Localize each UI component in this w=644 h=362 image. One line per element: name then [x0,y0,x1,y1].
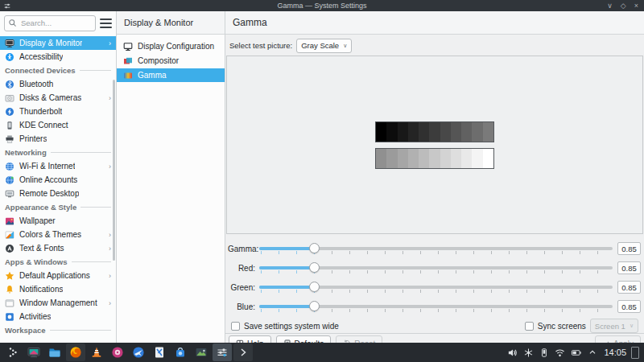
close-button[interactable]: × [634,2,638,10]
sidebar-item-printers[interactable]: Printers [0,132,116,146]
grayscale-step [451,149,461,168]
screen-select-value: Screen 1 [595,322,625,331]
peek-desktop-button[interactable] [631,347,639,359]
slider-fill [259,266,314,269]
slider-value-spinbox[interactable]: 0.85 [617,281,641,294]
printers-icon [5,134,14,144]
sidebar-item-remote-desktop[interactable]: Remote Desktop [0,187,116,200]
slider-fill [259,247,314,250]
panel-expand-icon [237,346,250,359]
category-item-label: Gamma [138,71,167,80]
sidebar-item-accessibility[interactable]: Accessibility [0,50,116,64]
sidebar-item-display-monitor[interactable]: Display & Monitor› [0,36,116,50]
sidebar-item-window-management[interactable]: Window Management› [0,296,116,310]
slider-label: Gamma: [228,245,255,253]
section-divider [72,261,112,262]
sidebar-item-disks-cameras[interactable]: Disks & Cameras› [0,91,116,105]
grayscale-step [451,122,461,142]
chevron-right-icon: › [109,162,111,171]
sync-screens-checkbox[interactable] [525,322,534,331]
minimize-button[interactable]: ∨ [607,2,613,10]
tray-volume[interactable] [507,348,518,358]
taskbar-firefox[interactable] [66,343,85,361]
titlebar: Gamma — System Settings ∨ ◇ × [0,0,644,11]
taskbar-system-monitor[interactable] [24,343,43,361]
tray-kde-connect[interactable] [539,348,549,358]
slider-handle[interactable] [309,262,320,273]
taskbar-app-launcher[interactable] [3,343,23,361]
section-label: Connected Devices [5,66,76,75]
grayscale-step [408,122,419,142]
night-color-icon [523,348,534,358]
section-networking: Networking [0,146,116,159]
taskbar-media-player[interactable] [108,343,127,361]
search-box [4,15,96,31]
slider-row-red: Red:0.85 [228,261,641,274]
sidebar-scrollbar[interactable] [113,80,115,261]
fonts-icon [5,244,14,253]
slider-value-spinbox[interactable]: 0.85 [617,300,641,313]
section-label: Workspace [5,326,46,335]
sidebar-item-default-applications[interactable]: Default Applications› [0,269,116,282]
slider-track-area[interactable] [259,242,613,255]
slider-label: Blue: [228,302,255,311]
screen-select[interactable]: Screen 1 ∨ [590,319,638,333]
section-apps-windows: Apps & Windows [0,255,116,269]
category-item-gamma[interactable]: Gamma [117,68,225,82]
grayscale-bar-dark [375,121,494,142]
taskbar-panel-expand[interactable] [233,343,253,361]
test-picture-area [226,56,643,234]
tray-battery[interactable] [571,348,582,358]
tray-network[interactable] [555,348,565,358]
category-item-display-configuration[interactable]: Display Configuration [117,39,225,53]
sidebar-item-thunderbolt[interactable]: Thunderbolt [0,105,116,118]
taskbar-image-viewer[interactable] [192,343,211,361]
sidebar-item-label: Display & Monitor [19,39,82,47]
clock[interactable]: 14:05 [604,348,626,357]
sidebar-item-wallpaper[interactable]: Wallpaper [0,214,116,228]
slider-handle[interactable] [309,301,320,311]
slider-row-blue: Blue:0.85 [228,300,641,313]
sidebar-item-wi-fi-internet[interactable]: Wi-Fi & Internet› [0,159,116,173]
slider-track-area[interactable] [259,281,613,294]
kdeconnect-icon [5,121,14,130]
sidebar-item-bluetooth[interactable]: Bluetooth [0,77,116,91]
taskbar-text-editor[interactable] [150,343,169,361]
slider-value-spinbox[interactable]: 0.85 [617,261,641,274]
search-input[interactable] [19,18,87,28]
chevron-right-icon: › [109,231,111,239]
taskbar-file-manager[interactable] [45,343,64,361]
thunderbolt-icon [5,107,14,117]
sidebar-item-activities[interactable]: Activities [0,310,116,323]
sidebar-item-online-accounts[interactable]: Online Accounts [0,173,116,187]
kde-connect-icon [539,348,549,358]
category-panel: Display & Monitor Display ConfigurationC… [117,11,225,343]
chevron-down-icon: ∨ [630,323,634,329]
tray-night-color[interactable] [523,348,534,358]
sidebar-item-label: Thunderbolt [19,107,62,116]
sidebar-item-kde-connect[interactable]: KDE Connect [0,118,116,132]
media-player-icon [111,346,124,359]
slider-value-spinbox[interactable]: 0.85 [617,242,641,255]
taskbar-discover-store[interactable] [171,343,190,361]
slider-handle[interactable] [309,243,320,253]
wifi-globe-icon [5,162,14,171]
category-item-compositor[interactable]: Compositor [117,54,225,68]
taskbar-web-browser[interactable] [129,343,148,361]
grayscale-step [461,122,472,142]
sidebar-item-text-fonts[interactable]: Text & Fonts› [0,241,116,255]
sidebar-item-colors-themes[interactable]: Colors & Themes› [0,228,116,241]
tray-expand-tray[interactable] [588,348,597,357]
taskbar-vlc[interactable] [87,343,106,361]
taskbar-system-settings[interactable] [213,343,232,361]
slider-track-area[interactable] [259,261,613,274]
sidebar-item-notifications[interactable]: Notifications [0,282,116,296]
slider-track-area[interactable] [259,300,613,313]
sidebar-item-label: Window Management [19,298,97,307]
save-system-wide-checkbox[interactable] [231,322,240,331]
test-picture-select[interactable]: Gray Scale ∨ [296,39,352,53]
section-divider [80,207,111,208]
menu-icon[interactable] [100,19,112,28]
slider-handle[interactable] [309,282,320,292]
maximize-button[interactable]: ◇ [621,2,626,10]
